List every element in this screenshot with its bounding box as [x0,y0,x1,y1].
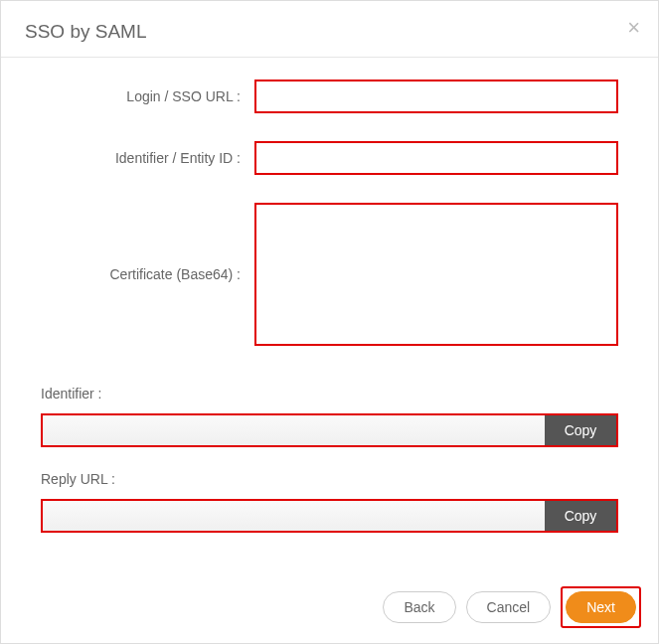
next-button[interactable]: Next [566,591,636,623]
login-url-row: Login / SSO URL : [41,80,618,113]
identifier-output[interactable] [43,415,545,445]
entity-id-label: Identifier / Entity ID : [41,150,254,166]
reply-url-label: Reply URL : [41,471,618,487]
login-url-label: Login / SSO URL : [41,88,254,104]
dialog-body: Login / SSO URL : Identifier / Entity ID… [1,58,658,566]
dialog-footer: Back Cancel Next [383,586,641,628]
certificate-label: Certificate (Base64) : [41,266,254,282]
login-url-input[interactable] [254,80,618,113]
identifier-copy-button[interactable]: Copy [545,415,616,445]
reply-url-field: Copy [41,499,618,533]
dialog-title: SSO by SAML [25,21,634,43]
dialog-header: SSO by SAML × [1,1,658,58]
output-section: Identifier : Copy Reply URL : Copy [41,386,618,533]
entity-id-input[interactable] [254,141,618,175]
sso-saml-dialog: SSO by SAML × Login / SSO URL : Identifi… [0,0,659,644]
identifier-field: Copy [41,413,618,447]
certificate-textarea[interactable] [254,203,618,346]
entity-id-row: Identifier / Entity ID : [41,141,618,175]
next-highlight: Next [561,586,641,628]
reply-url-output[interactable] [43,501,545,531]
close-button[interactable]: × [627,17,640,39]
identifier-label: Identifier : [41,386,618,402]
back-button[interactable]: Back [383,591,455,623]
reply-url-copy-button[interactable]: Copy [545,501,616,531]
certificate-row: Certificate (Base64) : [41,203,618,346]
cancel-button[interactable]: Cancel [466,591,552,623]
